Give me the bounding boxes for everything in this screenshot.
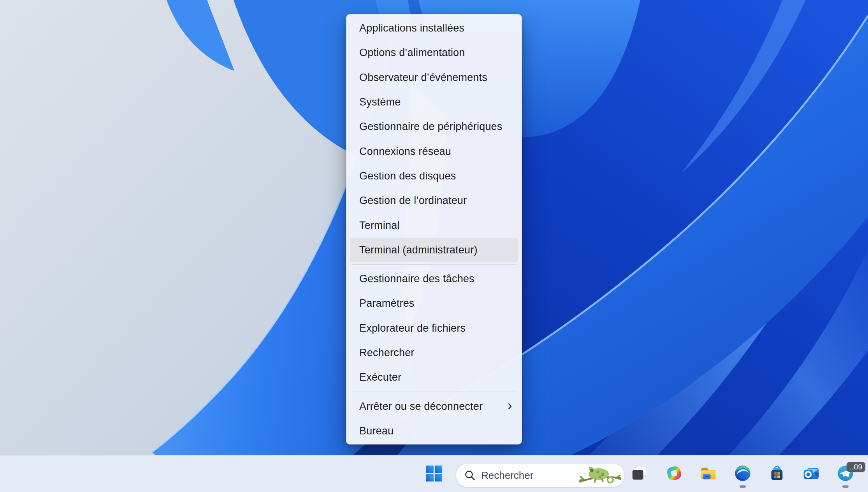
menu-item-shutdown-signout[interactable]: Arrêter ou se déconnecter › xyxy=(346,394,522,418)
menu-separator xyxy=(351,392,517,392)
menu-item-search[interactable]: Rechercher xyxy=(346,341,522,365)
telegram-button[interactable]: ..09 xyxy=(836,464,854,482)
menu-item-event-viewer[interactable]: Observateur d’événements xyxy=(346,65,522,90)
edge-running-indicator xyxy=(740,485,746,488)
edge-icon xyxy=(734,464,752,482)
edge-button[interactable] xyxy=(734,464,752,482)
copilot-icon xyxy=(665,464,683,482)
menu-separator xyxy=(351,264,517,265)
outlook-button[interactable] xyxy=(802,464,820,482)
telegram-running-indicator xyxy=(842,485,849,488)
start-button[interactable] xyxy=(425,464,443,482)
chevron-right-icon: › xyxy=(508,399,512,413)
menu-item-network-connections[interactable]: Connexions réseau xyxy=(346,139,522,163)
menu-item-computer-management[interactable]: Gestion de l’ordinateur xyxy=(346,188,522,213)
menu-item-power-options[interactable]: Options d’alimentation xyxy=(346,40,522,65)
menu-item-system[interactable]: Système xyxy=(346,90,522,114)
search-box[interactable]: Rechercher xyxy=(456,463,625,487)
microsoft-store-button[interactable] xyxy=(768,464,786,482)
menu-item-device-manager[interactable]: Gestionnaire de périphériques xyxy=(346,114,522,139)
menu-item-terminal[interactable]: Terminal xyxy=(346,213,522,237)
winx-context-menu: Applications installées Options d’alimen… xyxy=(346,14,522,445)
menu-item-desktop[interactable]: Bureau xyxy=(346,419,522,443)
search-placeholder: Rechercher xyxy=(481,469,578,481)
windows-start-icon xyxy=(425,464,443,482)
menu-item-disk-management[interactable]: Gestion des disques xyxy=(346,164,522,188)
task-view-button[interactable] xyxy=(631,464,649,482)
file-explorer-button[interactable] xyxy=(699,464,717,482)
telegram-notification-badge: ..09 xyxy=(847,462,865,472)
menu-item-installed-apps[interactable]: Applications installées xyxy=(346,16,522,40)
task-view-icon xyxy=(631,464,649,482)
menu-item-label: Arrêter ou se déconnecter xyxy=(359,401,483,413)
microsoft-store-icon xyxy=(768,464,786,482)
taskbar: Rechercher xyxy=(0,455,868,492)
copilot-button[interactable] xyxy=(665,464,683,482)
menu-item-terminal-admin[interactable]: Terminal (administrateur) xyxy=(350,238,518,262)
search-icon xyxy=(464,469,476,481)
menu-item-file-explorer[interactable]: Explorateur de fichiers xyxy=(346,316,522,341)
search-daily-chameleon-image[interactable] xyxy=(578,464,622,487)
file-explorer-icon xyxy=(699,464,717,482)
outlook-icon xyxy=(802,464,820,482)
menu-item-task-manager[interactable]: Gestionnaire des tâches xyxy=(346,267,522,291)
menu-item-settings[interactable]: Paramètres xyxy=(346,291,522,316)
menu-item-run[interactable]: Exécuter xyxy=(346,365,522,390)
